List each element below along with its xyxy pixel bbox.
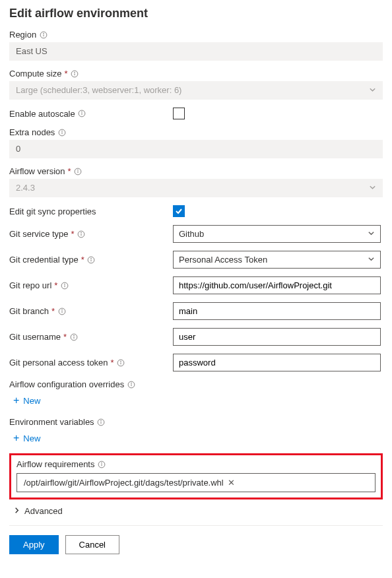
svg-point-31 bbox=[121, 361, 121, 362]
git-service-type-select[interactable]: Github bbox=[173, 225, 381, 243]
edit-git-sync-checkbox[interactable] bbox=[173, 205, 185, 217]
required-indicator: * bbox=[63, 332, 67, 342]
chevron-right-icon bbox=[13, 506, 20, 516]
info-icon[interactable] bbox=[97, 418, 106, 426]
git-branch-input[interactable] bbox=[173, 302, 381, 320]
info-icon[interactable] bbox=[69, 333, 78, 341]
chevron-down-icon bbox=[368, 255, 375, 265]
advanced-expander[interactable]: Advanced bbox=[13, 506, 383, 516]
git-credential-type-label: Git credential type bbox=[9, 255, 79, 265]
git-repo-url-label: Git repo url bbox=[9, 280, 51, 290]
required-indicator: * bbox=[68, 166, 71, 176]
chevron-down-icon bbox=[369, 183, 376, 193]
info-icon[interactable] bbox=[87, 255, 96, 264]
required-indicator: * bbox=[54, 280, 57, 290]
requirement-tag: /opt/airflow/git/AirflowProject.git/dags… bbox=[21, 476, 238, 489]
requirements-input[interactable]: /opt/airflow/git/AirflowProject.git/dags… bbox=[16, 473, 376, 492]
compute-label: Compute size bbox=[9, 69, 61, 79]
git-username-label: Git username bbox=[9, 332, 61, 342]
info-icon[interactable] bbox=[39, 30, 48, 39]
svg-point-13 bbox=[78, 170, 79, 170]
plus-icon: + bbox=[13, 432, 19, 444]
plus-icon: + bbox=[13, 395, 19, 406]
info-icon[interactable] bbox=[78, 110, 86, 118]
git-repo-url-input[interactable] bbox=[173, 276, 381, 294]
extra-nodes-value: 0 bbox=[9, 140, 383, 158]
svg-point-40 bbox=[102, 463, 102, 463]
required-indicator: * bbox=[64, 69, 67, 79]
info-icon[interactable] bbox=[98, 460, 106, 468]
chevron-down-icon bbox=[368, 229, 375, 239]
svg-point-16 bbox=[81, 232, 82, 233]
git-pat-label: Git personal access token bbox=[9, 358, 108, 368]
svg-point-7 bbox=[82, 112, 82, 112]
svg-point-10 bbox=[62, 131, 63, 131]
info-icon[interactable] bbox=[77, 230, 86, 238]
requirements-highlight: Airflow requirements /opt/airflow/git/Ai… bbox=[9, 453, 383, 499]
info-icon[interactable] bbox=[127, 380, 135, 389]
remove-tag-icon[interactable]: ✕ bbox=[228, 478, 235, 488]
git-pat-input[interactable] bbox=[173, 354, 381, 371]
info-icon[interactable] bbox=[74, 167, 82, 176]
svg-point-25 bbox=[61, 309, 62, 310]
info-icon[interactable] bbox=[57, 307, 66, 315]
svg-point-37 bbox=[101, 420, 102, 421]
region-value: East US bbox=[9, 42, 383, 61]
git-credential-type-select[interactable]: Personal Access Token bbox=[173, 251, 381, 269]
info-icon[interactable] bbox=[57, 128, 66, 137]
svg-point-28 bbox=[73, 335, 74, 336]
airflow-version-label: Airflow version bbox=[9, 166, 65, 176]
required-indicator: * bbox=[111, 358, 114, 368]
info-icon[interactable] bbox=[71, 69, 79, 78]
autoscale-checkbox[interactable] bbox=[173, 108, 185, 119]
env-vars-label: Environment variables bbox=[9, 417, 94, 427]
cancel-button[interactable]: Cancel bbox=[65, 535, 119, 554]
config-overrides-add-button[interactable]: + New bbox=[9, 393, 40, 408]
airflow-version-select-disabled: 2.4.3 bbox=[9, 179, 383, 197]
svg-point-34 bbox=[131, 383, 131, 383]
edit-git-sync-label: Edit git sync properties bbox=[9, 207, 96, 216]
page-title: Edit airflow environment bbox=[9, 7, 383, 20]
requirements-label: Airflow requirements bbox=[16, 459, 95, 469]
info-icon[interactable] bbox=[117, 358, 125, 367]
chevron-down-icon bbox=[369, 86, 376, 96]
svg-point-4 bbox=[75, 72, 75, 73]
extra-nodes-label: Extra nodes bbox=[9, 127, 55, 137]
git-branch-label: Git branch bbox=[9, 306, 49, 316]
config-overrides-label: Airflow configuration overrides bbox=[9, 379, 124, 389]
region-label: Region bbox=[9, 30, 36, 40]
git-service-type-label: Git service type bbox=[9, 229, 69, 239]
required-indicator: * bbox=[81, 255, 84, 265]
env-vars-add-button[interactable]: + New bbox=[9, 431, 40, 445]
svg-point-1 bbox=[43, 33, 44, 34]
autoscale-label: Enable autoscale bbox=[9, 109, 75, 119]
separator bbox=[9, 525, 383, 526]
git-username-input[interactable] bbox=[173, 328, 381, 346]
info-icon[interactable] bbox=[60, 281, 69, 290]
svg-point-22 bbox=[65, 284, 65, 284]
required-indicator: * bbox=[51, 306, 55, 316]
svg-point-19 bbox=[91, 258, 92, 259]
apply-button[interactable]: Apply bbox=[9, 535, 59, 554]
compute-select-disabled: Large (scheduler:3, webserver:1, worker:… bbox=[9, 81, 383, 100]
required-indicator: * bbox=[71, 229, 75, 239]
